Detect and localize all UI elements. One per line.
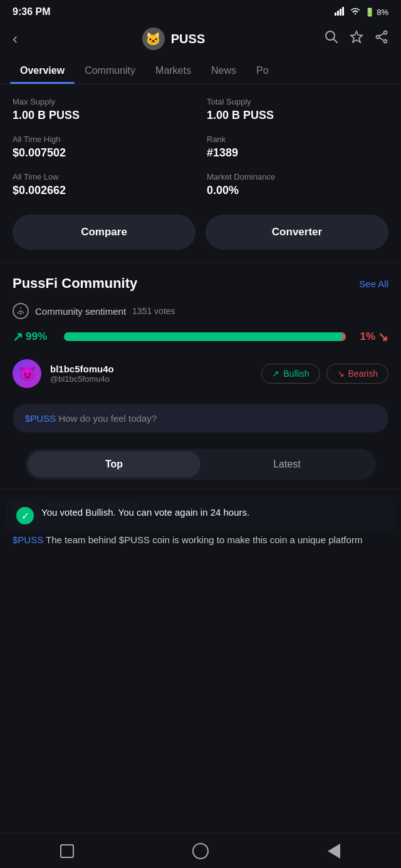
feed-tabs: Top Latest — [25, 449, 376, 480]
stat-dominance: Market Dominance 0.00% — [207, 172, 388, 197]
post-tag: $PUSS — [13, 534, 43, 545]
svg-point-8 — [384, 40, 387, 43]
status-bar: 9:36 PM 🔋 8% — [0, 0, 401, 21]
comment-input[interactable]: $PUSS How do you feel today? — [13, 404, 388, 432]
tabs-bar: Overview Community Markets News Po — [0, 59, 401, 84]
bull-icon: ↗ — [272, 369, 279, 379]
tab-overview[interactable]: Overview — [10, 59, 75, 84]
signal-icon — [335, 7, 346, 18]
tab-news[interactable]: News — [201, 59, 246, 84]
back-button[interactable]: ‹ — [13, 28, 23, 50]
status-icons: 🔋 8% — [335, 7, 388, 18]
bearish-button[interactable]: ↘ Bearish — [326, 364, 388, 384]
status-time: 9:36 PM — [13, 6, 50, 18]
vote-buttons: ↗ Bullish ↘ Bearish — [261, 364, 388, 384]
bear-icon: ↘ — [337, 369, 345, 379]
sentiment-progress-row: ↗ 99% 1% ↘ — [13, 329, 388, 344]
sentiment-label: Community sentiment — [35, 306, 126, 317]
bull-fill — [64, 332, 343, 341]
share-icon[interactable] — [375, 30, 388, 48]
user-handle: @bl1bc5fomu4o — [50, 374, 253, 384]
sentiment-icon — [13, 303, 29, 319]
tab-community[interactable]: Community — [75, 59, 145, 84]
stats-section: Max Supply 1.00 B PUSS Total Supply 1.00… — [0, 84, 401, 203]
input-highlight: $PUSS — [25, 413, 56, 424]
triangle-icon — [328, 844, 340, 859]
svg-marker-6 — [351, 31, 362, 43]
bottom-nav — [0, 833, 401, 868]
post-text: $PUSS The team behind $PUSS coin is work… — [13, 533, 388, 548]
votes-count: 1351 votes — [132, 306, 175, 316]
post-body: The team behind $PUSS coin is working to… — [46, 534, 362, 545]
feed-tab-latest[interactable]: Latest — [200, 451, 373, 477]
coin-avatar: 🐱 — [142, 28, 165, 50]
search-icon[interactable] — [325, 30, 338, 48]
svg-point-9 — [377, 36, 380, 39]
user-vote-row: 😈 bl1bc5fomu4o @bl1bc5fomu4o ↗ Bullish ↘… — [13, 359, 388, 398]
stat-ath: All Time High $0.007502 — [13, 135, 194, 160]
input-placeholder: How do you feel today? — [58, 413, 157, 424]
svg-rect-2 — [340, 9, 341, 16]
user-avatar: 😈 — [13, 359, 41, 388]
community-title: PussFi Community — [13, 275, 137, 292]
compare-button[interactable]: Compare — [13, 215, 195, 250]
nav-back-button[interactable] — [323, 840, 345, 862]
header: ‹ 🐱 PUSS — [0, 21, 401, 59]
svg-point-7 — [384, 31, 387, 34]
user-info: bl1bc5fomu4o @bl1bc5fomu4o — [50, 364, 253, 384]
voted-text: You voted Bullish. You can vote again in… — [41, 506, 249, 520]
coin-name: PUSS — [171, 32, 205, 46]
feed-tabs-container: Top Latest — [0, 442, 401, 489]
nav-camera-button[interactable] — [189, 840, 212, 862]
stats-grid: Max Supply 1.00 B PUSS Total Supply 1.00… — [13, 97, 388, 197]
tab-markets[interactable]: Markets — [145, 59, 201, 84]
feed-tab-top[interactable]: Top — [28, 451, 200, 477]
stat-rank: Rank #1389 — [207, 135, 388, 160]
bullish-button[interactable]: ↗ Bullish — [261, 364, 320, 384]
bear-percentage: 1% ↘ — [353, 329, 388, 344]
tab-po[interactable]: Po — [246, 59, 279, 84]
arrow-up-icon: ↗ — [13, 329, 23, 344]
nav-home-button[interactable] — [56, 840, 78, 862]
svg-line-10 — [379, 33, 384, 36]
stat-total-supply: Total Supply 1.00 B PUSS — [207, 97, 388, 122]
svg-rect-3 — [342, 7, 344, 16]
header-right — [325, 30, 388, 48]
sentiment-progress-bar — [64, 332, 346, 341]
community-header: PussFi Community See All — [13, 275, 388, 292]
header-center: 🐱 PUSS — [142, 28, 205, 50]
svg-rect-0 — [335, 13, 336, 16]
sentiment-row: Community sentiment 1351 votes — [13, 303, 388, 319]
see-all-link[interactable]: See All — [359, 278, 388, 289]
post-item: kibreay001 // $PUSS 2h $PUSS The team be… — [0, 489, 401, 601]
circle-icon — [192, 843, 209, 859]
svg-line-11 — [379, 38, 384, 41]
arrow-down-icon: ↘ — [378, 329, 388, 344]
battery-icon: 🔋 8% — [365, 8, 388, 17]
bull-percentage: ↗ 99% — [13, 329, 56, 344]
voted-notification: ✓ You voted Bullish. You can vote again … — [6, 497, 395, 533]
converter-button[interactable]: Converter — [206, 215, 388, 250]
action-buttons: Compare Converter — [0, 203, 401, 262]
stat-atl: All Time Low $0.002662 — [13, 172, 194, 197]
voted-check-icon: ✓ — [16, 507, 34, 524]
wifi-icon — [350, 7, 361, 18]
square-icon — [60, 844, 74, 858]
stat-max-supply: Max Supply 1.00 B PUSS — [13, 97, 194, 122]
user-name: bl1bc5fomu4o — [50, 364, 253, 374]
svg-rect-1 — [337, 11, 339, 16]
community-section: PussFi Community See All Community senti… — [0, 263, 401, 404]
svg-line-5 — [333, 39, 337, 43]
header-left: ‹ — [13, 28, 23, 50]
svg-point-13 — [20, 313, 22, 315]
star-icon[interactable] — [350, 30, 363, 48]
comment-input-row: $PUSS How do you feel today? — [0, 404, 401, 442]
